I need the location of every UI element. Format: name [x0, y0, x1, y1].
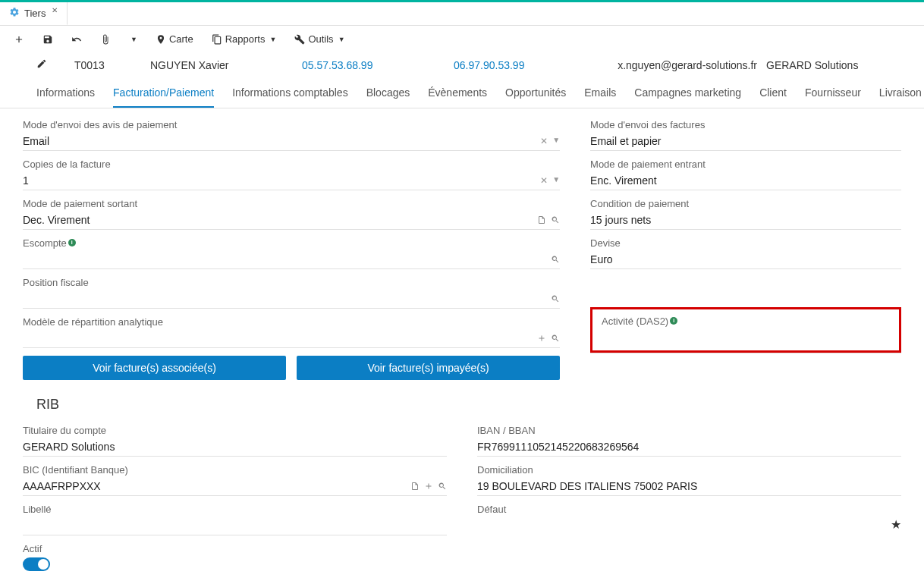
contact-mobile[interactable]: 06.97.90.53.99 — [454, 59, 605, 71]
voir-factures-impayees-button[interactable]: Voir facture(s) impayée(s) — [297, 356, 560, 380]
tab-infos-comptables[interactable]: Informations comptables — [232, 86, 348, 108]
tab-facturation-paiement[interactable]: Facturation/Paiement — [113, 86, 214, 108]
clear-icon[interactable]: ✕ — [540, 136, 548, 146]
contact-row: T0013 NGUYEN Xavier 05.57.53.68.99 06.97… — [0, 52, 924, 77]
close-icon[interactable]: ✕ — [52, 6, 58, 14]
rib-section-title: RIB — [36, 380, 901, 425]
field-defaut: Défaut ★ — [477, 504, 901, 532]
contact-email[interactable]: x.nguyen@gerard-solutions.fr — [605, 59, 757, 71]
tab-livraison[interactable]: Livraison — [879, 86, 922, 108]
tab-evenements[interactable]: Évènements — [428, 86, 487, 108]
tab-fournisseur[interactable]: Fournisseur — [805, 86, 861, 108]
rapports-dropdown[interactable]: Rapports▼ — [212, 33, 277, 45]
contact-name: NGUYEN Xavier — [150, 59, 302, 71]
contact-tel[interactable]: 05.57.53.68.99 — [302, 59, 454, 71]
contact-company: GERARD Solutions — [766, 59, 872, 71]
plus-icon[interactable] — [537, 334, 546, 343]
sub-tabs: Informations Facturation/Paiement Inform… — [0, 77, 924, 108]
field-mode-envoi-factures: Mode d'envoi des factures Email et papie… — [590, 119, 901, 151]
window-tab-tiers[interactable]: Tiers ✕ — [0, 2, 68, 25]
field-libelle: Libellé — [23, 504, 447, 535]
tab-emails[interactable]: Emails — [584, 86, 616, 108]
clear-icon[interactable]: ✕ — [540, 175, 548, 186]
field-modele-repartition: Modèle de répartition analytique — [23, 316, 560, 348]
field-mode-paiement-sortant: Mode de paiement sortant Dec. Virement — [23, 198, 560, 230]
carte-button[interactable]: Carte — [156, 33, 193, 45]
actif-toggle[interactable] — [23, 557, 50, 571]
voir-factures-associees-button[interactable]: Voir facture(s) associée(s) — [23, 356, 286, 380]
tab-informations[interactable]: Informations — [36, 86, 95, 108]
edit-icon[interactable] — [36, 58, 47, 71]
gear-icon — [9, 7, 20, 20]
window-tab-label: Tiers — [24, 8, 46, 19]
field-bic: BIC (Identifiant Banque) AAAAFRPPXXX — [23, 464, 447, 496]
field-mode-paiement-entrant: Mode de paiement entrant Enc. Virement — [590, 159, 901, 190]
tab-client[interactable]: Client — [759, 86, 787, 108]
info-icon: i — [68, 239, 76, 246]
search-icon[interactable] — [551, 294, 560, 303]
outils-dropdown[interactable]: Outils▼ — [294, 33, 344, 45]
undo-button[interactable] — [71, 34, 82, 45]
field-condition-paiement: Condition de paiement 15 jours nets — [590, 198, 901, 230]
field-copies-facture: Copies de la facture 1 ✕▼ — [23, 159, 560, 190]
field-actif: Actif — [23, 543, 447, 571]
attach-button[interactable] — [100, 34, 111, 45]
add-button[interactable] — [14, 34, 24, 45]
field-mode-envoi-avis: Mode d'envoi des avis de paiement Email … — [23, 119, 560, 151]
field-devise: Devise Euro — [590, 237, 901, 269]
field-escompte: Escomptei — [23, 237, 560, 269]
tab-bar: Tiers ✕ — [0, 2, 924, 26]
toolbar: ▼ Carte Rapports▼ Outils▼ — [0, 26, 924, 52]
search-icon[interactable] — [551, 255, 560, 264]
document-icon[interactable] — [410, 482, 420, 491]
activite-das2-highlight: Activité (DAS2)i — [590, 307, 901, 353]
field-position-fiscale: Position fiscale — [23, 277, 560, 309]
chevron-down-icon[interactable]: ▼ — [552, 136, 560, 146]
tab-campagnes[interactable]: Campagnes marketing — [634, 86, 741, 108]
tab-opportunites[interactable]: Opportunités — [505, 86, 566, 108]
search-icon[interactable] — [438, 482, 447, 491]
info-icon: i — [670, 317, 677, 325]
search-icon[interactable] — [551, 215, 560, 224]
contact-code: T0013 — [74, 59, 150, 71]
save-button[interactable] — [42, 34, 53, 45]
more-dropdown[interactable]: ▼ — [129, 36, 137, 43]
star-icon[interactable]: ★ — [477, 517, 901, 532]
chevron-down-icon[interactable]: ▼ — [552, 175, 560, 186]
document-icon[interactable] — [537, 215, 546, 224]
tab-blocages[interactable]: Blocages — [366, 86, 410, 108]
search-icon[interactable] — [551, 334, 560, 343]
plus-icon[interactable] — [424, 482, 433, 491]
field-domiciliation: Domiciliation 19 BOULEVARD DES ITALIENS … — [477, 464, 901, 496]
field-titulaire: Titulaire du compte GERARD Solutions — [23, 425, 447, 457]
field-iban: IBAN / BBAN FR7699111052145220683269564 — [477, 425, 901, 457]
